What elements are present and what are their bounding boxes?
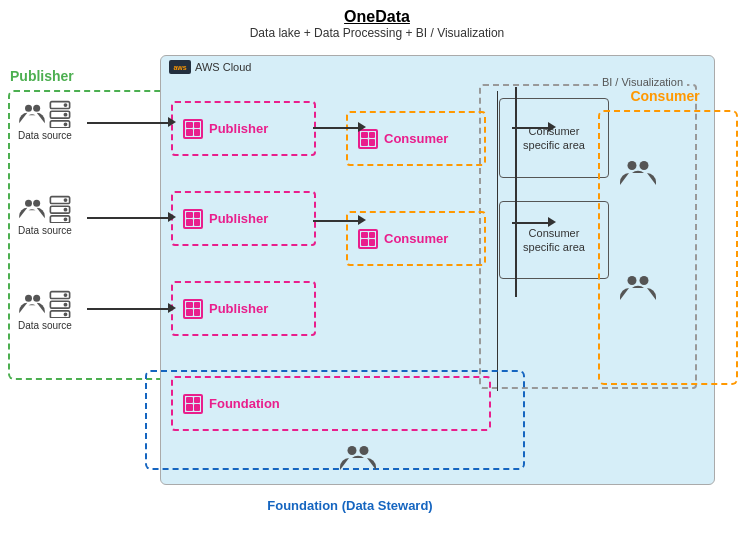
publisher-inner-label-3: Publisher: [209, 301, 268, 316]
arrowhead-pub2-con2: [358, 215, 366, 225]
svg-point-25: [360, 446, 369, 455]
publisher-inner-box-3: Publisher: [171, 281, 316, 336]
vertical-divider: [497, 91, 498, 391]
svg-point-24: [348, 446, 357, 455]
consumer-person-2: [620, 270, 656, 309]
svg-point-27: [640, 161, 649, 170]
svg-point-9: [34, 200, 41, 207]
foundation-outer-box: [145, 370, 525, 470]
foundation-bottom-label: Foundation (Data Steward): [230, 498, 470, 513]
title-area: OneData Data lake + Data Processing + BI…: [0, 0, 754, 40]
svg-point-22: [65, 304, 67, 306]
arrowhead-ds1-pub1: [168, 117, 176, 127]
publisher-grid-icon-2: [183, 209, 203, 229]
consumer-people-icon-2: [620, 270, 656, 306]
consumer-specific-label-2: Consumerspecific area: [523, 226, 585, 255]
svg-point-21: [65, 294, 67, 296]
page-title: OneData: [0, 8, 754, 26]
svg-point-17: [34, 295, 41, 302]
data-source-3-icons: [18, 290, 71, 318]
main-container: OneData Data lake + Data Processing + BI…: [0, 0, 754, 554]
consumer-inner-box-2: Consumer: [346, 211, 486, 266]
bi-label: BI / Visualization: [598, 76, 687, 88]
server-icon-1: [49, 100, 71, 128]
arrowhead-ds2-pub2: [168, 212, 176, 222]
page-subtitle: Data lake + Data Processing + BI / Visua…: [0, 26, 754, 40]
data-source-2-label: Data source: [18, 225, 72, 236]
consumer-person-1: [620, 155, 656, 194]
data-source-1: Data source: [18, 100, 72, 141]
arrow-ds1-pub1: [87, 122, 172, 124]
foundation-people-icon: [340, 440, 376, 476]
arrow-ds2-pub2: [87, 217, 172, 219]
svg-point-13: [65, 199, 67, 201]
svg-point-0: [25, 105, 32, 112]
publisher-inner-box-2: Publisher: [171, 191, 316, 246]
vertical-line-consumer: [515, 87, 517, 297]
svg-point-16: [25, 295, 32, 302]
consumer-outer-box: [598, 110, 738, 385]
arrowhead-pub1-con1: [358, 122, 366, 132]
publisher-main-label: Publisher: [10, 68, 74, 84]
consumer-inner-label-1: Consumer: [384, 131, 448, 146]
svg-point-5: [65, 104, 67, 106]
arrowhead-con1-spec1: [548, 122, 556, 132]
arrow-pub2-con2: [313, 220, 363, 222]
consumer-people-icon-1: [620, 155, 656, 191]
svg-point-7: [65, 123, 67, 125]
publisher-inner-label-2: Publisher: [209, 211, 268, 226]
data-source-2: Data source: [18, 195, 72, 236]
aws-cloud-label: aws AWS Cloud: [169, 60, 251, 74]
publisher-inner-label-1: Publisher: [209, 121, 268, 136]
publisher-grid-icon-1: [183, 119, 203, 139]
publisher-inner-box-1: Publisher: [171, 101, 316, 156]
data-source-1-icons: [18, 100, 71, 128]
svg-point-26: [628, 161, 637, 170]
arrowhead-con2-spec2: [548, 217, 556, 227]
consumer-inner-box-1: Consumer: [346, 111, 486, 166]
svg-point-8: [25, 200, 32, 207]
data-source-3-label: Data source: [18, 320, 72, 331]
aws-cloud-text: AWS Cloud: [195, 61, 251, 73]
server-icon-3: [49, 290, 71, 318]
publisher-grid-icon-3: [183, 299, 203, 319]
svg-point-23: [65, 313, 67, 315]
consumer-main-label: Consumer: [600, 88, 730, 104]
arrow-pub1-con1: [313, 127, 363, 129]
svg-point-28: [628, 276, 637, 285]
arrowhead-ds3-pub3: [168, 303, 176, 313]
consumer-inner-label-2: Consumer: [384, 231, 448, 246]
arrow-con1-spec1: [512, 127, 552, 129]
consumer-grid-icon-2: [358, 229, 378, 249]
data-source-2-icons: [18, 195, 71, 223]
data-source-3: Data source: [18, 290, 72, 331]
data-source-1-label: Data source: [18, 130, 72, 141]
people-icon-2: [18, 195, 46, 223]
server-icon-2: [49, 195, 71, 223]
svg-point-15: [65, 218, 67, 220]
aws-logo: aws: [169, 60, 191, 74]
arrow-ds3-pub3: [87, 308, 172, 310]
people-icon-1: [18, 100, 46, 128]
svg-point-14: [65, 209, 67, 211]
svg-point-1: [34, 105, 41, 112]
arrow-con2-spec2: [512, 222, 552, 224]
svg-point-29: [640, 276, 649, 285]
foundation-person: [340, 440, 376, 479]
svg-point-6: [65, 114, 67, 116]
people-icon-3: [18, 290, 46, 318]
